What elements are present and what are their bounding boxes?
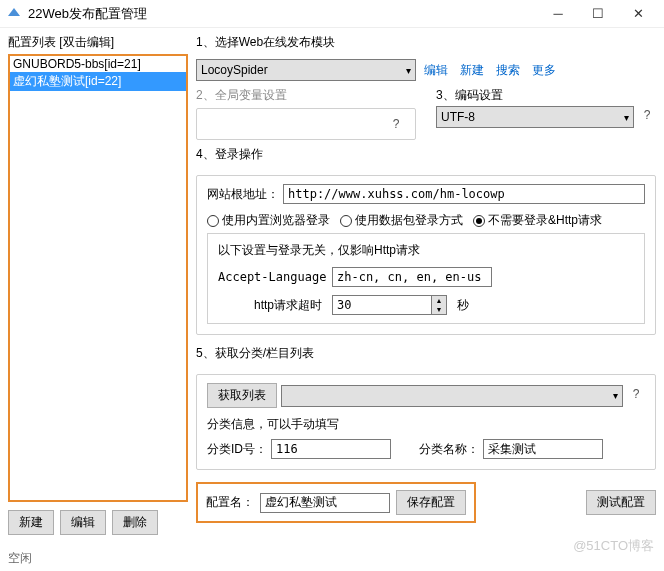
help-icon[interactable]: ? [387,117,405,135]
save-config-button[interactable]: 保存配置 [396,490,466,515]
get-list-button[interactable]: 获取列表 [207,383,277,408]
list-item[interactable]: GNUBORD5-bbs[id=21] [10,56,186,72]
accept-language-input[interactable] [332,267,492,287]
new-button[interactable]: 新建 [8,510,54,535]
http-subfield: 以下设置与登录无关，仅影响Http请求 Accept-Language http… [207,233,645,324]
chevron-down-icon: ▾ [406,65,411,76]
encoding-value: UTF-8 [441,110,475,124]
minimize-button[interactable]: ─ [538,6,578,21]
login-fieldset: 网站根地址： 使用内置浏览器登录 使用数据包登录方式 不需要登录&Http请求 … [196,175,656,335]
encoding-combo[interactable]: UTF-8 ▾ [436,106,634,128]
root-url-input[interactable] [283,184,645,204]
help-icon[interactable]: ? [627,387,645,405]
config-name-input[interactable] [260,493,390,513]
chevron-down-icon: ▾ [613,390,618,401]
chevron-down-icon: ▾ [624,112,629,123]
login-radio-packet[interactable]: 使用数据包登录方式 [340,212,463,229]
delete-button[interactable]: 删除 [112,510,158,535]
section2-label: 2、全局变量设置 [196,87,416,104]
section4-label: 4、登录操作 [196,146,656,163]
category-fieldset: 获取列表 ▾ ? 分类信息，可以手动填写 分类ID号： 分类名称： [196,374,656,470]
timeout-input[interactable] [332,295,432,315]
spin-down-icon[interactable]: ▼ [432,305,446,314]
config-name-label: 配置名： [206,494,254,511]
config-list[interactable]: GNUBORD5-bbs[id=21] 虚幻私塾测试[id=22] [8,54,188,502]
cat-name-input[interactable] [483,439,603,459]
app-icon [6,6,22,22]
watermark: @51CTO博客 [573,537,654,555]
http-note: 以下设置与登录无关，仅影响Http请求 [218,242,634,259]
new-link[interactable]: 新建 [456,62,488,79]
help-icon[interactable]: ? [638,108,656,126]
status-bar: 空闲 [8,550,32,567]
spin-up-icon[interactable]: ▲ [432,296,446,305]
save-box: 配置名： 保存配置 [196,482,476,523]
list-item[interactable]: 虚幻私塾测试[id=22] [10,72,186,91]
right-panel: 1、选择Web在线发布模块 LocoySpider ▾ 编辑 新建 搜索 更多 … [196,34,656,535]
edit-button[interactable]: 编辑 [60,510,106,535]
category-combo[interactable]: ▾ [281,385,623,407]
maximize-button[interactable]: ☐ [578,6,618,21]
left-panel: 配置列表 [双击编辑] GNUBORD5-bbs[id=21] 虚幻私塾测试[i… [8,34,188,535]
titlebar: 22Web发布配置管理 ─ ☐ ✕ [0,0,664,28]
test-config-button[interactable]: 测试配置 [586,490,656,515]
section1-label: 1、选择Web在线发布模块 [196,34,656,51]
section3-label: 3、编码设置 [436,87,656,104]
login-radio-none[interactable]: 不需要登录&Http请求 [473,212,602,229]
timeout-unit: 秒 [457,297,469,314]
timeout-label: http请求超时 [218,297,328,314]
config-list-header: 配置列表 [双击编辑] [8,34,188,51]
cat-name-label: 分类名称： [419,441,479,458]
search-link[interactable]: 搜索 [492,62,524,79]
cat-id-label: 分类ID号： [207,441,267,458]
root-url-label: 网站根地址： [207,186,279,203]
section5-label: 5、获取分类/栏目列表 [196,345,656,362]
accept-language-label: Accept-Language [218,270,328,284]
window-title: 22Web发布配置管理 [28,5,538,23]
module-combo[interactable]: LocoySpider ▾ [196,59,416,81]
login-radio-browser[interactable]: 使用内置浏览器登录 [207,212,330,229]
module-combo-value: LocoySpider [201,63,268,77]
category-info: 分类信息，可以手动填写 [207,416,645,433]
more-link[interactable]: 更多 [528,62,560,79]
cat-id-input[interactable] [271,439,391,459]
timeout-spinner[interactable]: ▲▼ [332,295,447,315]
edit-link[interactable]: 编辑 [420,62,452,79]
close-button[interactable]: ✕ [618,6,658,21]
